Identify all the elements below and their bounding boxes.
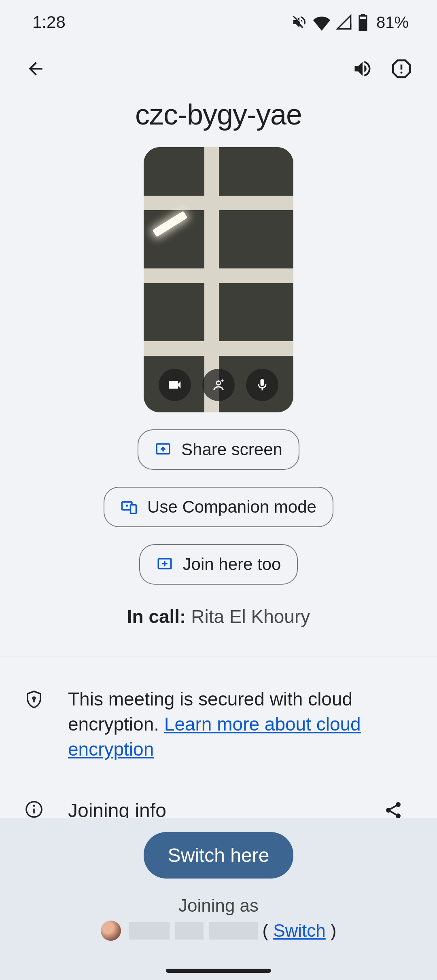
svg-point-15 — [396, 802, 401, 807]
bottom-sheet: Switch here Joining as (Switch) — [0, 818, 437, 980]
svg-rect-0 — [360, 19, 366, 30]
switch-account-link[interactable]: Switch — [273, 921, 326, 941]
nav-handle[interactable] — [166, 969, 271, 973]
battery-icon — [358, 14, 368, 31]
account-name-redacted — [129, 922, 258, 940]
in-call-label: In call: — [127, 606, 186, 627]
join-here-too-button[interactable]: Join here too — [139, 544, 298, 585]
devices-icon — [121, 498, 138, 515]
svg-point-16 — [386, 808, 391, 813]
status-indicators: 81% — [291, 13, 409, 32]
status-bar: 1:28 81% — [0, 0, 437, 44]
battery-percent: 81% — [376, 13, 409, 32]
app-bar — [0, 44, 437, 93]
speaker-icon — [352, 58, 373, 79]
back-button[interactable] — [16, 49, 55, 88]
svg-rect-1 — [360, 17, 366, 19]
wifi-icon — [313, 14, 330, 31]
in-call-participants: Rita El Khoury — [191, 606, 310, 627]
svg-point-4 — [401, 72, 403, 74]
report-icon — [391, 59, 412, 79]
video-controls — [144, 369, 293, 401]
share-screen-label: Share screen — [181, 440, 282, 459]
account-row: (Switch) — [0, 921, 437, 941]
report-button[interactable] — [382, 49, 421, 88]
companion-mode-label: Use Companion mode — [147, 497, 316, 517]
security-info: This meeting is secured with cloud encry… — [0, 657, 437, 762]
shield-icon — [24, 690, 44, 709]
svg-point-17 — [396, 813, 401, 818]
status-time: 1:28 — [32, 13, 66, 32]
join-options: Share screen Use Companion mode Join her… — [20, 429, 417, 585]
share-screen-button[interactable]: Share screen — [138, 429, 299, 470]
audio-output-button[interactable] — [343, 49, 382, 88]
videocam-icon — [167, 377, 182, 393]
joining-as-label: Joining as — [0, 896, 437, 916]
present-icon — [155, 441, 172, 458]
companion-mode-button[interactable]: Use Companion mode — [104, 487, 333, 527]
arrow-back-icon — [25, 59, 46, 79]
in-call-info: In call: Rita El Khoury — [0, 606, 437, 627]
video-preview[interactable] — [144, 147, 293, 412]
info-icon — [24, 800, 44, 819]
mic-icon — [255, 378, 269, 392]
svg-point-5 — [216, 381, 221, 385]
switch-here-button[interactable]: Switch here — [144, 832, 294, 879]
sparkle-person-icon — [211, 377, 226, 393]
svg-rect-8 — [131, 505, 136, 513]
svg-point-9 — [126, 505, 128, 507]
add-screen-icon — [156, 556, 173, 573]
join-here-too-label: Join here too — [183, 555, 281, 574]
share-icon — [384, 800, 403, 820]
mute-icon — [291, 14, 308, 30]
avatar — [101, 921, 121, 941]
meeting-code: czc-bygy-yae — [0, 98, 437, 131]
effects-button[interactable] — [202, 369, 235, 401]
toggle-mic-button[interactable] — [246, 369, 278, 401]
svg-point-14 — [33, 805, 35, 807]
toggle-camera-button[interactable] — [159, 369, 191, 401]
signal-icon — [336, 14, 352, 30]
